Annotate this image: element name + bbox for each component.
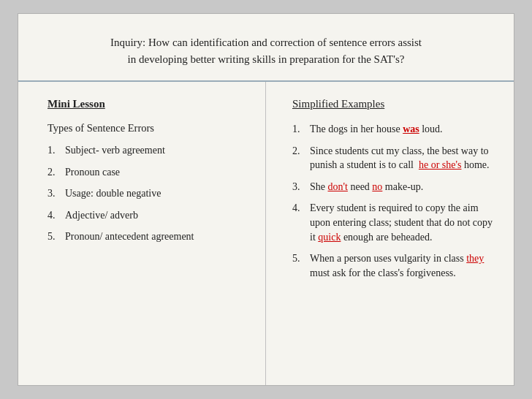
list-item: 1. Subject- verb agreement [48,143,243,158]
list-num: 5. [292,251,310,280]
right-list-item-3: 3. She don't need no make-up. [292,180,493,194]
error-word: they [466,253,484,264]
content-area: Mini Lesson Types of Sentence Errors 1. … [18,82,514,385]
list-num: 4. [48,208,65,223]
list-text: Pronoun case [65,165,243,180]
list-num: 1. [292,122,310,137]
list-text: Adjective/ adverb [65,208,243,223]
list-item: 2. Pronoun case [48,165,243,180]
list-text: Since students cut my class, the best wa… [310,144,493,172]
right-column: Simplified Examples 1. The dogs in her h… [266,82,514,385]
list-num: 2. [48,165,65,180]
header-line2: in developing better writing skills in p… [128,53,405,65]
right-list-item-1: 1. The dogs in her house was loud. [292,122,493,137]
error-word: quick [318,232,341,243]
right-list-item-5: 5. When a person uses vulgarity in class… [292,251,493,280]
list-text: The dogs in her house was loud. [310,122,493,137]
list-text: Subject- verb agreement [65,143,243,158]
right-col-title: Simplified Examples [292,98,493,110]
error-word: was [403,123,419,134]
section-heading: Types of Sentence Errors [48,122,243,134]
list-num: 3. [48,186,65,201]
header-line1: Inquiry: How can identification and corr… [110,37,422,48]
list-text: Pronoun/ antecedent agreement [65,229,243,244]
list-text: Usage: double negative [65,186,243,201]
list-num: 5. [48,229,65,244]
right-list-item-2: 2. Since students cut my class, the best… [292,144,493,172]
list-num: 4. [292,201,310,244]
error-word: don't [328,181,348,192]
list-num: 1. [48,143,65,158]
left-col-title: Mini Lesson [48,98,243,110]
slide: Inquiry: How can identification and corr… [18,13,514,386]
right-list-item-4: 4. Every student is required to copy the… [292,201,493,244]
list-text: She don't need no make-up. [310,180,493,194]
list-text: When a person uses vulgarity in class th… [310,251,493,280]
list-item: 4. Adjective/ adverb [48,208,243,223]
list-num: 3. [292,180,310,194]
left-column: Mini Lesson Types of Sentence Errors 1. … [18,82,266,385]
header: Inquiry: How can identification and corr… [18,14,514,82]
error-word: no [372,181,382,192]
error-word: he or she's [419,159,462,170]
list-item: 5. Pronoun/ antecedent agreement [48,229,243,244]
list-item: 3. Usage: double negative [48,186,243,201]
list-text: Every student is required to copy the ai… [310,201,493,244]
list-num: 2. [292,144,310,172]
